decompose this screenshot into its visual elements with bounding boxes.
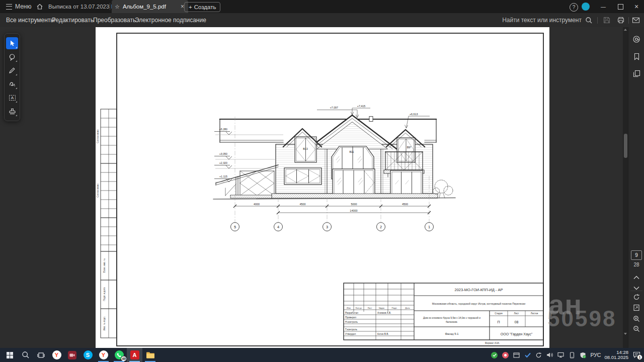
fit-page-button[interactable] (628, 302, 644, 314)
stamp-label: Подп. и дата (103, 287, 106, 301)
tray-network[interactable] (557, 351, 565, 359)
dim-4500a: 4500 (299, 203, 305, 206)
col-podp: Подп. (391, 307, 397, 309)
edit-text-tool[interactable]: A (6, 92, 18, 104)
sign-tool[interactable] (6, 78, 18, 90)
print-icon[interactable] (617, 16, 625, 24)
pencil-icon (9, 67, 16, 74)
stage-value: П (497, 320, 500, 324)
create-button[interactable]: + Создать (184, 2, 220, 12)
taskbar-skype[interactable]: S (80, 348, 96, 362)
menu-label: Меню (15, 3, 31, 10)
task-view-button[interactable] (33, 348, 49, 362)
comment-tool[interactable] (6, 51, 18, 63)
vertical-scrollbar[interactable] (623, 27, 628, 348)
find-label: Найти текст или инструмент (502, 17, 582, 24)
save-icon[interactable] (603, 16, 611, 24)
window-close-button[interactable]: × (629, 0, 644, 13)
tray-volume[interactable] (546, 351, 553, 359)
tray-check-blue[interactable] (524, 351, 531, 359)
tray-status-ok[interactable] (491, 351, 498, 359)
user-avatar[interactable] (582, 3, 590, 11)
bookmarks-button[interactable] (628, 50, 644, 62)
stamp-tool[interactable] (6, 105, 18, 117)
esign-menu[interactable]: Электронное подписание (135, 13, 206, 27)
flyout-corner (16, 87, 17, 89)
menu-button[interactable]: Меню (4, 0, 33, 13)
zoom-out-button[interactable] (628, 323, 644, 335)
sheets-label: Листов (531, 312, 538, 315)
name-alimov: Алимов А.В. (377, 312, 391, 314)
current-page-value: 9 (635, 252, 638, 258)
elev-2320: +2,320 (219, 161, 227, 164)
find-tool-button[interactable]: Найти текст или инструмент (502, 13, 593, 27)
mail-icon[interactable] (632, 16, 640, 24)
speaker-icon (546, 352, 553, 358)
scroll-down-icon[interactable] (624, 333, 627, 335)
home-button[interactable] (34, 0, 45, 13)
role-nkontrol: Н.контроль (345, 321, 358, 323)
select-text-icon: A (9, 94, 16, 102)
taskbar-camera-app[interactable] (64, 348, 80, 362)
taskbar-file-explorer[interactable] (142, 348, 158, 362)
yandex-icon: Y (52, 350, 61, 359)
scrollbar-thumb[interactable] (624, 134, 627, 158)
taskbar-whatsapp[interactable]: 49 (111, 348, 127, 362)
tray-app-pink[interactable] (502, 351, 509, 359)
chevron-down-icon (633, 286, 639, 290)
col-list: Лист (367, 307, 372, 309)
elev-6613: +6,613 (410, 113, 418, 116)
tray-defender[interactable] (579, 351, 587, 359)
bookmark-icon (633, 53, 640, 60)
language-indicator[interactable]: РУС (590, 352, 601, 358)
network-icon (557, 352, 564, 358)
draw-tool[interactable] (6, 64, 18, 76)
pages-icon (633, 70, 640, 77)
select-tool[interactable] (6, 37, 18, 49)
edit-menu[interactable]: Редактировать (52, 13, 94, 27)
window-minimize-button[interactable]: — (596, 0, 611, 13)
sheet-value: 08 (515, 320, 519, 324)
all-tools-menu[interactable]: Все инструменты (6, 13, 55, 27)
scroll-up-icon[interactable] (624, 29, 627, 31)
taskbar-yandex-2[interactable]: Y (96, 348, 111, 362)
notification-badge: 1 (637, 354, 642, 360)
system-tray: РУС 14:28 08.01.2025 1 (491, 348, 644, 362)
plus-icon: + (189, 4, 192, 10)
col-izm: Изм (347, 307, 351, 309)
stage-label: Стадия (495, 312, 503, 315)
axis-3: 3 (326, 225, 328, 229)
tab-document-2-active[interactable]: ☆ Альбом_9_5.pdf × (112, 0, 188, 13)
stamp-icon (9, 108, 16, 115)
col-data: Дата (405, 307, 410, 309)
favorite-star-icon[interactable]: ☆ (115, 4, 120, 10)
action-center-button[interactable]: 1 (632, 350, 641, 359)
taskbar-search-button[interactable] (18, 348, 33, 362)
tab-document-1[interactable]: Выписка от 13.07.2023 №... (46, 0, 113, 13)
current-page-input[interactable]: 9 (631, 250, 642, 260)
help-button[interactable]: ? (570, 3, 578, 12)
signature-curve-icon (9, 80, 16, 88)
taskbar-acrobat-active[interactable]: A (127, 348, 142, 362)
flyout-corner (16, 74, 17, 75)
flyout-corner (16, 115, 17, 116)
clock[interactable]: 14:28 08.01.2025 (604, 350, 628, 360)
tray-sync[interactable] (535, 351, 542, 359)
page-thumbnails-button[interactable] (628, 67, 644, 79)
attachments-button[interactable] (628, 33, 644, 45)
minimize-icon: — (601, 4, 606, 10)
start-button[interactable] (2, 348, 18, 362)
role-utverdil: Утвердил (345, 333, 356, 335)
convert-menu[interactable]: Преобразовать (93, 13, 136, 27)
project-location: Московская область, городской округ Истр… (432, 302, 525, 305)
task-view-icon (37, 351, 45, 359)
tray-app-window[interactable] (513, 351, 520, 359)
tray-device[interactable] (568, 351, 576, 359)
fit-page-icon (633, 304, 640, 311)
object-desc-2: балконом. (446, 320, 458, 323)
window-maximize-button[interactable] (613, 0, 628, 13)
all-tools-label: Все инструменты (6, 17, 55, 24)
at-sign-icon (632, 35, 640, 43)
create-label: Создать (194, 4, 216, 10)
taskbar-yandex-browser[interactable]: Y (49, 348, 64, 362)
